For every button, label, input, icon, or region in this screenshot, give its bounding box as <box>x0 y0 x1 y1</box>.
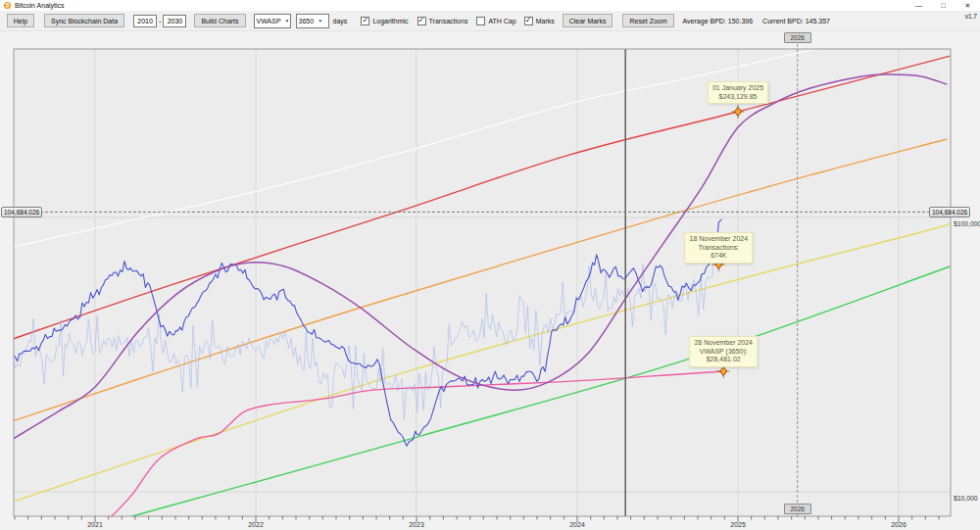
annotation-line: $243,129.85 <box>712 93 763 102</box>
sync-blockchain-button[interactable]: Sync Blockchain Data <box>44 14 124 27</box>
chevron-down-icon: ▼ <box>318 18 322 24</box>
build-charts-button[interactable]: Build Charts <box>194 14 245 27</box>
chart-annotation-transactions: 18 November 2024 Transactions: 674K <box>685 232 754 264</box>
period-select-value: 3650 <box>299 18 315 24</box>
price-chart-canvas[interactable]: 202120222023202420252026$100,000$10,000 <box>0 0 980 530</box>
app-window: 202120222023202420252026$100,000$10,000 … <box>0 0 980 530</box>
x-axis-label: 2024 <box>569 521 585 528</box>
period-select[interactable]: 3650 ▼ <box>296 14 329 28</box>
chart-annotation-jan2025: 01 January 2025 $243,129.85 <box>708 81 768 104</box>
year-to-input[interactable] <box>163 15 186 27</box>
checkbox-logarithmic[interactable]: Logarithmic <box>361 17 408 25</box>
current-bpd-value: 145.357 <box>806 18 830 24</box>
y-axis-label: $100,000 <box>954 220 980 227</box>
x-axis-label: 2025 <box>730 521 746 528</box>
period-unit-label: days <box>333 18 348 24</box>
current-bpd-caption: Current BPD: <box>762 18 804 24</box>
checkbox-ath-cap[interactable]: ATH Cap <box>476 17 515 25</box>
annotation-line: Transactions: <box>690 244 749 253</box>
bitcoin-app-icon: ₿ <box>4 2 11 9</box>
current-bpd-label: Current BPD: 145.357 <box>762 18 830 24</box>
checkbox-mark <box>476 17 485 25</box>
year-from-input[interactable] <box>133 15 157 27</box>
window-controls: — □ ✕ <box>906 0 980 11</box>
reset-zoom-button[interactable]: Reset Zoom <box>622 14 673 27</box>
help-button[interactable]: Help <box>7 14 34 27</box>
annotation-line: 18 November 2024 <box>690 235 749 244</box>
chevron-down-icon: ▼ <box>285 18 290 24</box>
metric-select[interactable]: VWASP ▼ <box>254 14 291 28</box>
average-bpd-label: Average BPD: 150.396 <box>683 18 754 24</box>
x-axis-label: 2023 <box>409 521 424 528</box>
year-range-separator: - <box>159 18 161 24</box>
x-axis-label: 2026 <box>891 521 906 528</box>
window-title: Bitcoin Analytics <box>15 2 65 9</box>
annotation-line: 674K <box>690 252 749 261</box>
average-bpd-value: 150.396 <box>728 18 753 24</box>
checkbox-label: Logarithmic <box>372 18 408 24</box>
year-marker-bottom[interactable]: 2026 <box>784 504 811 514</box>
minimize-button[interactable]: — <box>906 0 931 11</box>
annotation-line: 28 November 2024 <box>694 339 753 348</box>
checkbox-mark <box>417 17 426 25</box>
close-button[interactable]: ✕ <box>956 0 980 11</box>
annotation-line: $28,481.02 <box>694 356 753 364</box>
x-axis-label: 2021 <box>87 521 103 528</box>
checkbox-marks[interactable]: Marks <box>524 17 555 25</box>
average-bpd-caption: Average BPD: <box>683 18 726 24</box>
x-axis-label: 2022 <box>248 521 264 528</box>
checkbox-mark <box>361 17 369 25</box>
main-toolbar: Help Sync Blockchain Data - Build Charts… <box>0 11 980 31</box>
checkbox-transactions[interactable]: Transactions <box>417 17 468 25</box>
checkbox-label: ATH Cap <box>488 18 515 24</box>
checkbox-label: Marks <box>536 18 555 24</box>
annotation-line: 01 January 2025 <box>712 84 763 93</box>
plot-background <box>14 49 951 516</box>
annotation-line: VWASP (3650): <box>694 348 753 357</box>
maximize-button[interactable]: □ <box>931 0 956 11</box>
checkbox-label: Transactions <box>429 18 468 24</box>
metric-select-value: VWASP <box>257 18 281 24</box>
chart-annotation-vwasp: 28 November 2024 VWASP (3650): $28,481.0… <box>689 336 758 367</box>
y-axis-label: $10,000 <box>954 495 978 502</box>
title-bar: ₿ Bitcoin Analytics — □ ✕ <box>0 0 980 11</box>
current-price-tag-left: 104,684.026 <box>1 207 42 217</box>
app-version: v1.7 <box>965 13 977 20</box>
checkbox-mark <box>524 17 533 25</box>
current-price-tag-right: 104,684.026 <box>929 207 970 217</box>
clear-marks-button[interactable]: Clear Marks <box>563 14 613 27</box>
year-marker-top[interactable]: 2026 <box>784 32 811 43</box>
